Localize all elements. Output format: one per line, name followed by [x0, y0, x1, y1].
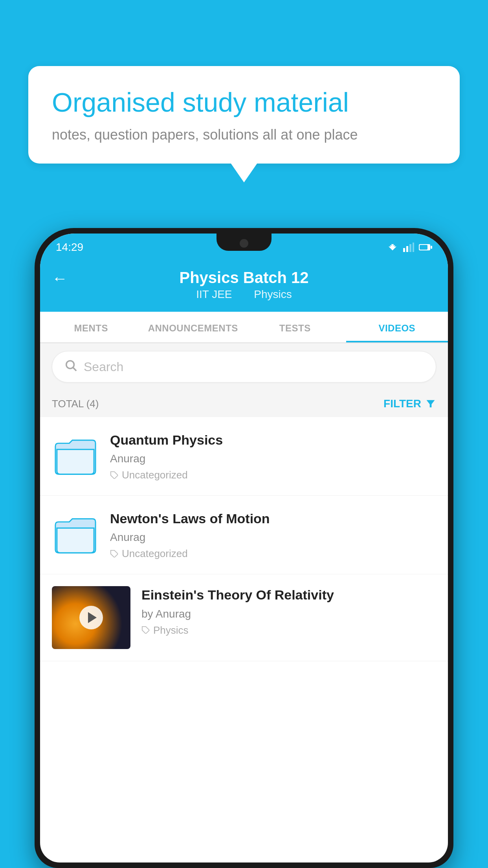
filter-label: FILTER: [383, 397, 421, 410]
svg-marker-12: [427, 400, 435, 408]
tag-icon: [141, 626, 150, 634]
item-tag-text: Uncategorized: [122, 548, 188, 560]
tabs-bar: MENTS ANNOUNCEMENTS TESTS VIDEOS: [40, 312, 448, 343]
svg-rect-3: [403, 248, 405, 252]
item-author: by Anurag: [141, 608, 436, 620]
item-title: Quantum Physics: [110, 431, 436, 449]
speech-bubble: Organised study material notes, question…: [28, 66, 460, 164]
app-bar: ← Physics Batch 12 IIT JEE Physics: [40, 261, 448, 312]
item-info: Quantum Physics Anurag Uncategorized: [110, 431, 436, 481]
item-author: Anurag: [110, 531, 436, 544]
item-title: Einstein's Theory Of Relativity: [141, 586, 436, 603]
svg-rect-4: [406, 246, 408, 252]
search-input-wrap[interactable]: Search: [52, 351, 436, 383]
front-camera: [240, 239, 248, 248]
status-icons: [387, 243, 432, 252]
item-thumbnail: [52, 513, 99, 557]
filter-icon: [425, 398, 436, 409]
item-title: Newton's Laws of Motion: [110, 510, 436, 527]
search-icon: [64, 359, 77, 375]
item-tag-text: Uncategorized: [122, 469, 188, 481]
back-button[interactable]: ←: [52, 270, 68, 287]
item-info: Einstein's Theory Of Relativity by Anura…: [141, 586, 436, 636]
svg-rect-8: [420, 245, 427, 250]
list-item[interactable]: Newton's Laws of Motion Anurag Uncategor…: [40, 496, 448, 574]
filter-bar: TOTAL (4) FILTER: [40, 390, 448, 417]
svg-line-11: [73, 368, 76, 371]
bubble-title: Organised study material: [52, 86, 436, 119]
tag-icon: [110, 471, 119, 480]
signal-icon: [403, 243, 414, 252]
item-author: Anurag: [110, 452, 436, 465]
item-thumbnail: [52, 435, 99, 478]
battery-icon: [419, 243, 432, 251]
subtitle-physics: Physics: [254, 288, 292, 300]
item-tag: Uncategorized: [110, 548, 436, 560]
phone-notch: [216, 234, 272, 251]
filter-button[interactable]: FILTER: [383, 397, 436, 410]
list-item[interactable]: Einstein's Theory Of Relativity by Anura…: [40, 574, 448, 661]
search-bar: Search: [40, 343, 448, 390]
video-list: Quantum Physics Anurag Uncategorized: [40, 417, 448, 661]
tab-ments[interactable]: MENTS: [40, 312, 142, 342]
total-count: TOTAL (4): [52, 398, 99, 410]
svg-rect-6: [413, 243, 414, 252]
app-bar-title: Physics Batch 12: [179, 269, 308, 287]
tag-icon: [110, 550, 119, 558]
tab-videos[interactable]: VIDEOS: [346, 312, 448, 342]
tab-announcements[interactable]: ANNOUNCEMENTS: [142, 312, 244, 342]
item-tag-text: Physics: [153, 624, 189, 636]
tab-tests[interactable]: TESTS: [244, 312, 346, 342]
svg-rect-9: [431, 246, 432, 249]
phone-frame: 14:29: [35, 228, 453, 868]
video-thumbnail: [52, 586, 130, 649]
search-placeholder-text: Search: [84, 360, 123, 374]
item-tag: Physics: [141, 624, 436, 636]
app-bar-subtitle: IIT JEE Physics: [191, 288, 297, 301]
subtitle-iit: IIT JEE: [196, 288, 232, 300]
folder-icon: [54, 515, 97, 555]
phone-screen: 14:29: [40, 234, 448, 862]
svg-point-10: [66, 361, 74, 369]
play-button[interactable]: [79, 606, 103, 629]
status-time: 14:29: [56, 241, 83, 254]
svg-rect-5: [409, 244, 411, 252]
wifi-icon: [387, 243, 398, 252]
item-info: Newton's Laws of Motion Anurag Uncategor…: [110, 510, 436, 560]
bubble-subtitle: notes, question papers, solutions all at…: [52, 127, 436, 143]
folder-icon: [54, 437, 97, 476]
item-tag: Uncategorized: [110, 469, 436, 481]
list-item[interactable]: Quantum Physics Anurag Uncategorized: [40, 417, 448, 496]
